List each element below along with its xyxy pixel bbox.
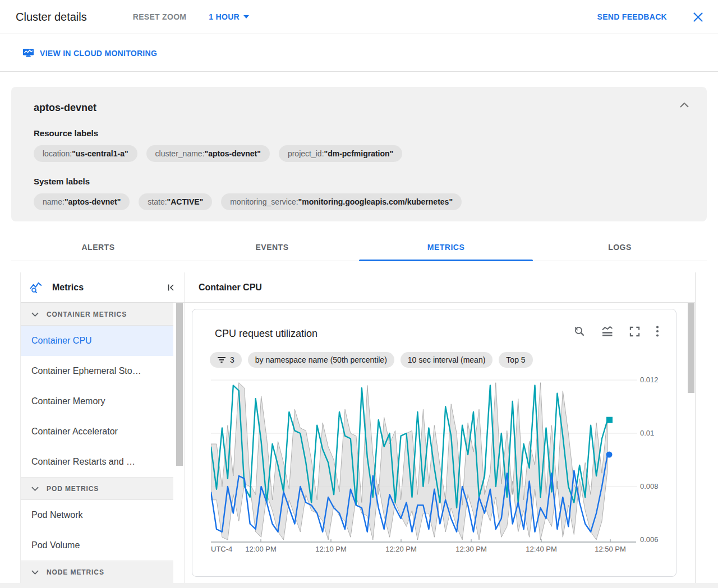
pill-value: "ACTIVE" — [167, 197, 204, 206]
sidebar-item-pod-volume[interactable]: Pod Volume — [21, 530, 173, 561]
pill-key: name — [43, 197, 62, 206]
toolbar: VIEW IN CLOUD MONITORING — [0, 35, 718, 72]
y-axis-tick: 0.008 — [640, 482, 659, 490]
tab-label: METRICS — [427, 243, 465, 252]
section-label: POD METRICS — [47, 485, 99, 493]
sidebar-item-label: Container CPU — [31, 336, 92, 346]
label-pill: location : "us-central1-a" — [34, 145, 137, 162]
main-panel-header: Container CPU — [185, 272, 695, 303]
groupby-chip[interactable]: by namespace name (50th percentile) — [248, 352, 394, 368]
dialog-header: Cluster details RESET ZOOM 1 HOUR SEND F… — [0, 0, 718, 34]
cluster-name-title: aptos-devnet — [34, 102, 691, 114]
top5-chip[interactable]: Top 5 — [499, 352, 532, 368]
cluster-summary-card: aptos-devnet Resource labels location : … — [11, 87, 707, 221]
sidebar-title: Metrics — [52, 283, 84, 293]
caret-down-icon — [243, 15, 249, 18]
chart-card: CPU request utilization — [192, 309, 676, 577]
tab-logs[interactable]: LOGS — [533, 234, 707, 261]
time-range-dropdown[interactable]: 1 HOUR — [209, 12, 249, 21]
chip-label: 10 sec interval (mean) — [408, 355, 486, 364]
sidebar-header: Metrics — [21, 272, 185, 303]
x-axis-tick: 12:10 PM — [315, 545, 347, 553]
chip-label: by namespace name (50th percentile) — [255, 355, 387, 364]
tab-events[interactable]: EVENTS — [185, 234, 359, 261]
pill-key: state — [148, 197, 164, 206]
sidebar-item-label: Container Memory — [31, 396, 105, 406]
sidebar-item-label: Pod Network — [31, 510, 83, 520]
chevron-up-icon[interactable] — [676, 99, 692, 111]
section-label: CONTAINER METRICS — [47, 311, 127, 318]
sidebar-item-container-cpu[interactable]: Container CPU — [21, 326, 173, 356]
pill-value: "aptos-devnet" — [65, 197, 121, 206]
chart-toolbar — [573, 325, 659, 337]
fullscreen-icon[interactable] — [629, 326, 641, 337]
pill-key: cluster_name — [155, 149, 202, 158]
metrics-main-panel: Container CPU CPU request utilization — [185, 272, 696, 583]
collapse-panel-icon[interactable] — [164, 281, 178, 294]
sidebar-item-container-memory[interactable]: Container Memory — [21, 386, 173, 416]
x-axis-tick: 12:30 PM — [455, 545, 487, 553]
interval-chip[interactable]: 10 sec interval (mean) — [401, 352, 493, 368]
page-title: Cluster details — [16, 11, 87, 24]
tab-alerts[interactable]: ALERTS — [11, 234, 185, 261]
cpu-utilization-chart[interactable] — [211, 373, 637, 547]
tab-metrics[interactable]: METRICS — [359, 234, 533, 261]
label-pill: cluster_name : "aptos-devnet" — [146, 145, 270, 162]
system-labels-row: name : "aptos-devnet" state : "ACTIVE" m… — [34, 193, 691, 210]
y-axis-tick: 0.01 — [640, 429, 654, 437]
send-feedback-button[interactable]: SEND FEEDBACK — [594, 12, 670, 22]
active-tab-underline — [359, 260, 533, 261]
more-vert-icon[interactable] — [656, 325, 659, 337]
sidebar-item-label: Container Ephemeral Sto… — [31, 366, 141, 376]
chevron-down-icon — [31, 487, 39, 491]
tab-label: LOGS — [608, 243, 632, 252]
area-chart-icon[interactable] — [601, 325, 614, 337]
main-scrollbar-thumb[interactable] — [688, 303, 694, 393]
x-axis-tick: 12:40 PM — [526, 545, 557, 553]
pill-key: location — [43, 149, 70, 158]
system-labels-title: System labels — [34, 177, 691, 186]
pill-value: "monitoring.googleapis.com/kubernetes" — [298, 197, 453, 206]
sidebar-item-pod-network[interactable]: Pod Network — [21, 500, 173, 530]
monitoring-icon — [22, 48, 34, 58]
sidebar-item-container-ephemeral-storage[interactable]: Container Ephemeral Sto… — [21, 356, 173, 386]
label-pill: project_id : "dm-pcfmigration" — [279, 145, 402, 162]
chevron-down-icon — [31, 312, 39, 317]
tab-label: EVENTS — [255, 243, 288, 252]
metrics-icon — [29, 281, 43, 294]
pill-key: monitoring_service — [230, 197, 296, 206]
close-icon[interactable] — [693, 12, 703, 22]
resource-labels-title: Resource labels — [34, 128, 691, 138]
chevron-down-icon — [31, 570, 39, 575]
chip-label: 3 — [230, 355, 234, 364]
view-in-cloud-monitoring-link[interactable]: VIEW IN CLOUD MONITORING — [22, 48, 157, 58]
label-pill: state : "ACTIVE" — [139, 193, 212, 210]
sidebar-list: CONTAINER METRICS Container CPU Containe… — [21, 303, 173, 583]
chip-label: Top 5 — [506, 355, 525, 364]
x-axis-tick: 12:20 PM — [385, 545, 417, 553]
sidebar-item-container-accelerator[interactable]: Container Accelerator — [21, 416, 173, 447]
resource-labels-row: location : "us-central1-a" cluster_name … — [34, 145, 691, 162]
metrics-sidebar: Metrics CONTAINER METRICS Container CPU … — [20, 272, 185, 583]
pill-value: "us-central1-a" — [72, 149, 128, 158]
tab-bar: ALERTS EVENTS METRICS LOGS — [11, 234, 707, 261]
sidebar-scrollbar-thumb[interactable] — [176, 303, 183, 466]
sidebar-item-container-restarts[interactable]: Container Restarts and … — [21, 447, 173, 477]
sidebar-item-label: Pod Volume — [31, 540, 80, 550]
y-axis-tick: 0.012 — [640, 376, 659, 384]
view-link-label: VIEW IN CLOUD MONITORING — [40, 49, 157, 58]
section-node-metrics[interactable]: NODE METRICS — [21, 561, 173, 583]
pill-key: project_id — [288, 149, 322, 158]
zoom-reset-icon[interactable] — [573, 325, 586, 337]
section-container-metrics[interactable]: CONTAINER METRICS — [21, 303, 173, 326]
reset-zoom-button[interactable]: RESET ZOOM — [130, 12, 190, 22]
filter-count-chip[interactable]: 3 — [210, 352, 242, 368]
section-pod-metrics[interactable]: POD METRICS — [21, 477, 173, 500]
tab-label: ALERTS — [82, 243, 115, 252]
time-range-label: 1 HOUR — [209, 12, 240, 21]
sidebar-item-label: Container Accelerator — [31, 427, 118, 437]
timezone-label: UTC-4 — [211, 545, 232, 553]
filter-list-icon — [217, 356, 226, 363]
y-axis-tick: 0.006 — [640, 535, 659, 544]
chart-filter-chips: 3 by namespace name (50th percentile) 10… — [210, 352, 533, 368]
